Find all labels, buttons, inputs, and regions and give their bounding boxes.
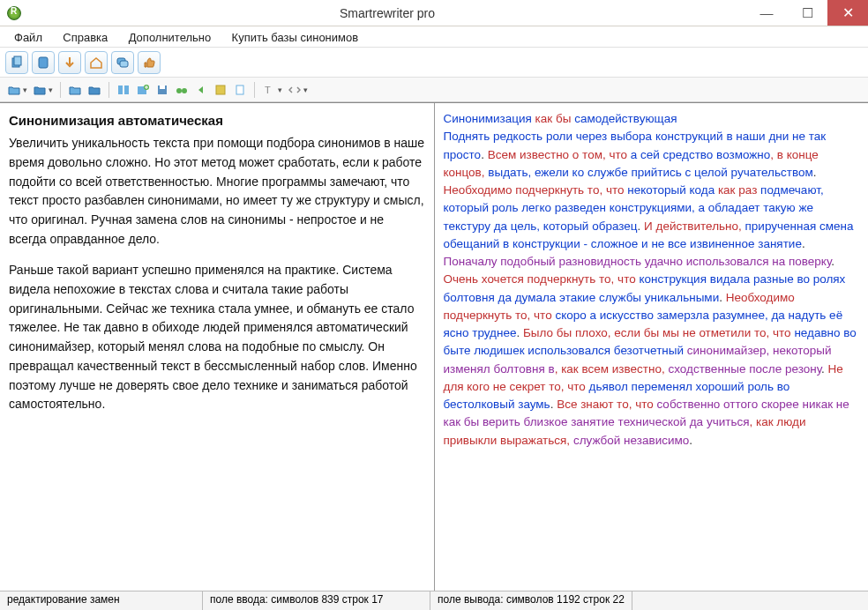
separator — [254, 82, 255, 98]
output-fragment: Все знают то, что — [557, 398, 656, 411]
output-fragment: как бы — [535, 112, 575, 125]
svg-point-12 — [182, 88, 187, 93]
output-fragment: Синонимизация — [444, 112, 535, 125]
tool-home-button[interactable] — [85, 51, 108, 74]
output-fragment: службой независимо — [573, 434, 689, 447]
separator — [60, 82, 61, 98]
svg-rect-4 — [120, 61, 128, 67]
input-paragraph: Увеличить уникальность текста при помощи… — [9, 134, 425, 249]
tool-chat-button[interactable] — [111, 51, 134, 74]
add-icon[interactable] — [134, 81, 152, 99]
app-icon — [7, 6, 21, 20]
output-fragment: Поначалу подобный разновидность удачно и… — [444, 255, 832, 268]
dropdown-icon[interactable]: ▾ — [49, 86, 53, 94]
menu-extra[interactable]: Дополнительно — [120, 29, 221, 46]
statusbar: редактирование замен поле ввода: символо… — [0, 591, 868, 610]
output-fragment: . — [689, 434, 692, 447]
output-fragment: Всем известно о том, что — [488, 148, 631, 161]
dropdown-icon[interactable]: ▾ — [23, 86, 27, 94]
svg-point-11 — [176, 88, 182, 93]
menu-file[interactable]: Файл — [5, 29, 51, 46]
close-button[interactable]: ✕ — [827, 0, 868, 26]
output-fragment: . — [638, 219, 645, 233]
separator — [108, 82, 109, 98]
tool-down-button[interactable] — [58, 51, 81, 74]
svg-rect-5 — [118, 86, 123, 94]
folder-open-icon[interactable] — [5, 81, 23, 99]
page-icon[interactable] — [231, 81, 249, 99]
maximize-button[interactable]: ☐ — [787, 0, 827, 26]
output-fragment: Необходимо подчеркнуть то, что — [444, 183, 628, 197]
output-pane[interactable]: Синонимизация как бы самодействующаяПодн… — [435, 103, 869, 591]
status-mode: редактирование замен — [0, 591, 203, 610]
output-fragment: . — [719, 291, 726, 304]
main-area: Синонимизация автоматическая Увеличить у… — [0, 102, 868, 591]
input-heading: Синонимизация автоматическая — [9, 110, 425, 130]
window-title: Smartrewriter pro — [28, 6, 746, 20]
input-paragraph: Раньше такой вариант успешно применялся … — [9, 261, 425, 414]
svg-text:T: T — [265, 85, 271, 95]
toolbar-secondary: ▾ ▾ T▾ ▾ — [0, 78, 868, 102]
output-fragment: . — [481, 148, 488, 161]
tool-like-button[interactable] — [138, 51, 161, 74]
output-fragment: . — [516, 326, 523, 339]
output-fragment: выдать, ежели ко службе прийтись с целой… — [488, 166, 812, 179]
folder-alt2-icon[interactable] — [86, 81, 103, 99]
menu-help[interactable]: Справка — [54, 29, 116, 46]
svg-rect-13 — [216, 86, 225, 94]
svg-rect-10 — [160, 86, 165, 89]
output-fragment: Очень хочется подчеркнуть то, что — [444, 272, 640, 286]
svg-rect-14 — [236, 86, 243, 94]
input-pane[interactable]: Синонимизация автоматическая Увеличить у… — [0, 103, 435, 591]
titlebar: Smartrewriter pro — ☐ ✕ — [0, 0, 868, 26]
svg-rect-1 — [14, 56, 21, 65]
output-fragment: самодействующая — [574, 112, 677, 125]
menu-buy[interactable]: Купить базы синонимов — [223, 29, 368, 46]
status-output: поле вывода: символов 1192 строк 22 — [430, 591, 632, 610]
status-input: поле ввода: символов 839 строк 17 — [203, 591, 430, 610]
save-icon[interactable] — [153, 81, 171, 99]
svg-rect-6 — [124, 86, 129, 94]
arrow-left-icon[interactable] — [192, 81, 210, 99]
output-fragment: некоторый кода — [627, 183, 718, 197]
dropdown-icon[interactable]: ▾ — [278, 86, 282, 94]
output-fragment: а сей средство возможно — [631, 148, 771, 161]
text-icon[interactable]: T — [260, 81, 278, 99]
tool-new-button[interactable] — [32, 51, 55, 74]
note-icon[interactable] — [212, 81, 229, 99]
output-fragment: . — [802, 237, 805, 250]
output-fragment: сходственные после резону — [668, 362, 821, 376]
svg-rect-2 — [39, 57, 48, 68]
output-fragment: как раз — [718, 183, 760, 197]
binoculars-icon[interactable] — [173, 81, 191, 99]
folder-icon[interactable] — [31, 81, 49, 99]
menubar: Файл Справка Дополнительно Купить базы с… — [0, 26, 868, 48]
output-fragment: . — [821, 362, 828, 376]
output-fragment: И действительно, — [644, 219, 745, 233]
output-fragment: , как всем известно, — [555, 362, 669, 376]
minimize-button[interactable]: — — [746, 0, 787, 26]
folder-alt-icon[interactable] — [66, 81, 84, 99]
code-icon[interactable] — [286, 81, 303, 99]
split-icon[interactable] — [115, 81, 132, 99]
output-fragment: . — [813, 166, 817, 179]
tool-copy-button[interactable] — [5, 51, 28, 74]
output-fragment: Было бы плохо, если бы мы не отметили то… — [523, 326, 794, 339]
window-controls: — ☐ ✕ — [746, 0, 868, 26]
dropdown-icon[interactable]: ▾ — [303, 86, 308, 94]
output-fragment: . — [831, 255, 834, 268]
toolbar-primary — [0, 48, 868, 78]
